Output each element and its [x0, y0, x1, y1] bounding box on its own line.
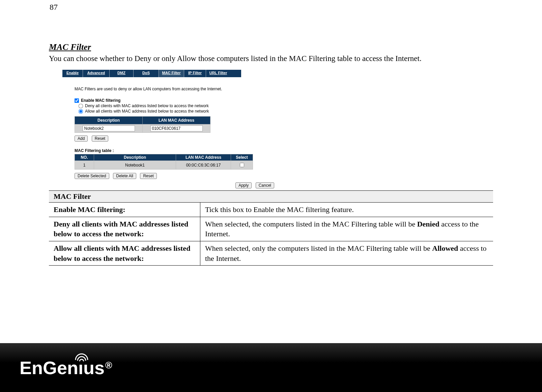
allow-radio-label: Allow all clients with MAC address liste…	[85, 109, 209, 114]
row-select-checkbox[interactable]	[240, 163, 244, 167]
mac-filter-description: MAC Filters are used to deny or allow LA…	[75, 87, 281, 91]
delete-all-button[interactable]: Delete All	[113, 173, 136, 179]
cell-desc: Notebook1	[94, 161, 176, 170]
deny-radio-row: Deny all clients with MAC address listed…	[79, 103, 281, 108]
param-label: Enable MAC filtering:	[49, 203, 200, 217]
param-table-header: MAC Filter	[49, 191, 493, 203]
tab-dmz[interactable]: DMZ	[110, 70, 134, 77]
table-row: Deny all clients with MAC addresses list…	[49, 217, 493, 241]
wifi-arc-icon	[74, 351, 89, 361]
tab-dos[interactable]: DoS	[134, 70, 159, 77]
deny-radio[interactable]	[79, 103, 83, 108]
mac-input-table: Description LAN MAC Address	[75, 116, 210, 133]
enable-mac-filtering-row: Enable MAC filtering	[75, 98, 281, 103]
deny-radio-label: Deny all clients with MAC address listed…	[85, 103, 209, 108]
allow-radio-row: Allow all clients with MAC address liste…	[79, 109, 281, 114]
col-description: Description	[75, 117, 143, 124]
enable-mac-filtering-checkbox[interactable]	[75, 98, 79, 103]
reset2-button[interactable]: Reset	[140, 173, 156, 179]
page-footer: EnGen ı us ®	[0, 343, 542, 392]
cell-mac: 00:0C:C6:3C:06:17	[176, 161, 231, 170]
param-label: Allow all clients with MAC addresses lis…	[49, 241, 200, 266]
page-number: 87	[50, 3, 493, 12]
allow-radio[interactable]	[79, 109, 83, 114]
param-text: When selected, only the computers listed…	[205, 244, 432, 252]
add-button[interactable]: Add	[75, 135, 88, 142]
param-value: Tick this box to Enable the MAC filterin…	[200, 203, 493, 217]
param-value: When selected, the computers listed in t…	[200, 217, 493, 241]
table-row: 1 Notebook1 00:0C:C6:3C:06:17	[75, 161, 253, 170]
param-text: Tick this box to Enable the MAC filterin…	[205, 205, 354, 214]
enable-mac-filtering-label: Enable MAC filtering	[81, 98, 120, 103]
param-text: When selected, the computers listed in t…	[205, 220, 417, 228]
tab-enable[interactable]: Enable	[62, 70, 83, 77]
description-input[interactable]	[83, 125, 135, 131]
table-row: Allow all clients with MAC addresses lis…	[49, 241, 493, 266]
col-select: Select	[231, 154, 253, 161]
logo-i-with-wifi-icon: ı	[78, 357, 83, 378]
filter-table-caption: MAC Filtering table :	[75, 148, 281, 153]
engenius-logo: EnGen ı us ®	[20, 357, 112, 378]
delete-selected-button[interactable]: Delete Selected	[75, 173, 109, 179]
section-title: MAC Filter	[49, 42, 493, 52]
cell-no: 1	[75, 161, 94, 170]
tab-advanced[interactable]: Advanced	[83, 70, 110, 77]
col-desc2: Description	[94, 154, 176, 161]
intro-text: You can choose whether to Deny or only A…	[49, 54, 493, 63]
param-label: Deny all clients with MAC addresses list…	[49, 217, 200, 241]
tab-ip-filter[interactable]: IP Filter	[184, 70, 206, 77]
registered-icon: ®	[105, 360, 112, 371]
router-ui-screenshot: Enable Advanced DMZ DoS MAC Filter IP Fi…	[62, 70, 281, 182]
mac-filtering-table: NO. Description LAN MAC Address Select 1…	[75, 154, 253, 170]
param-value: When selected, only the computers listed…	[200, 241, 493, 266]
tab-url-filter[interactable]: URL Filter	[206, 70, 230, 77]
mac-input[interactable]	[150, 125, 203, 131]
col-no: NO.	[75, 154, 94, 161]
table-row: Enable MAC filtering: Tick this box to E…	[49, 203, 493, 217]
col-mac: LAN MAC Address	[143, 117, 210, 124]
col-mac2: LAN MAC Address	[176, 154, 231, 161]
logo-text-pre: EnGen	[20, 357, 78, 378]
tab-bar: Enable Advanced DMZ DoS MAC Filter IP Fi…	[62, 70, 241, 77]
param-bold: Allowed	[432, 244, 458, 252]
param-bold: Denied	[417, 220, 439, 228]
reset-button[interactable]: Reset	[92, 135, 108, 142]
tab-mac-filter[interactable]: MAC Filter	[159, 70, 184, 77]
parameter-table: MAC Filter Enable MAC filtering: Tick th…	[49, 190, 493, 266]
apply-button[interactable]: Apply	[235, 182, 252, 188]
cancel-button[interactable]: Cancel	[256, 182, 274, 188]
